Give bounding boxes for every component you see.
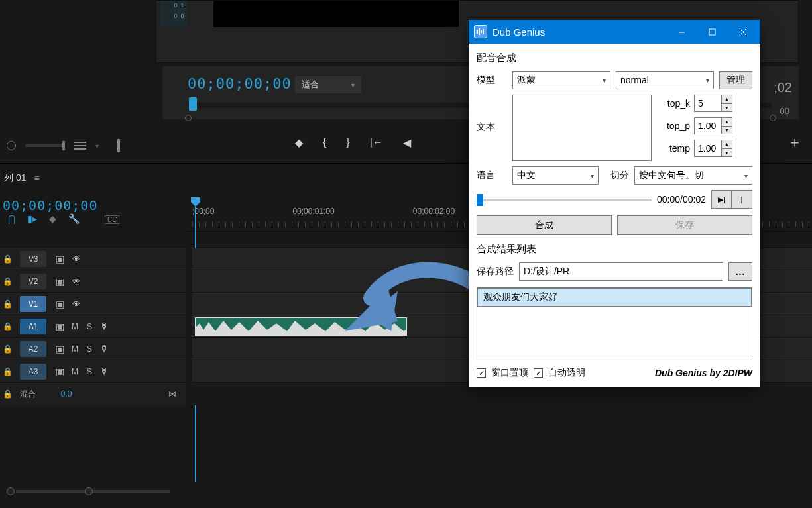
step-back-icon[interactable]: ◀: [403, 136, 411, 149]
spinner-up-icon[interactable]: ▲: [722, 95, 732, 104]
mic-icon[interactable]: 🎙: [97, 321, 113, 332]
left-knob-icon[interactable]: [7, 141, 16, 150]
label-save-path: 保存路径: [477, 266, 514, 278]
lock-icon[interactable]: 🔒: [0, 254, 15, 264]
topk-value: 5: [695, 98, 721, 109]
source-patch-icon[interactable]: ▣: [52, 276, 68, 287]
mark-out-icon[interactable]: }: [346, 136, 349, 148]
save-button[interactable]: 保存: [617, 215, 752, 235]
mix-value[interactable]: 0.0: [46, 389, 86, 399]
spinner-down-icon[interactable]: ▼: [722, 149, 732, 157]
solo-button[interactable]: S: [82, 322, 97, 331]
style-value: normal: [620, 75, 649, 85]
hamburger-icon[interactable]: [74, 142, 86, 150]
topk-spinner[interactable]: 5 ▲▼: [694, 95, 732, 112]
topp-spinner[interactable]: 1.00 ▲▼: [694, 117, 732, 134]
maximize-button[interactable]: [697, 20, 727, 44]
manage-button[interactable]: 管理: [719, 71, 752, 89]
sequence-menu-icon[interactable]: ≡: [34, 173, 39, 183]
spinner-up-icon[interactable]: ▲: [722, 118, 732, 127]
source-patch-icon[interactable]: ▣: [52, 366, 68, 377]
spinner-up-icon[interactable]: ▲: [722, 140, 732, 149]
scrubber-right-handle[interactable]: [770, 115, 776, 121]
source-patch-icon[interactable]: ▣: [52, 254, 68, 264]
timeline-zoom-scroll[interactable]: [7, 487, 179, 494]
mute-button[interactable]: M: [68, 344, 82, 354]
go-to-in-icon[interactable]: |←: [370, 136, 383, 148]
source-patch-icon[interactable]: ▣: [52, 344, 68, 354]
model-select[interactable]: 派蒙 ▾: [512, 71, 610, 89]
track-label[interactable]: V3: [20, 251, 46, 267]
stop-button[interactable]: |: [732, 191, 752, 208]
solo-button[interactable]: S: [82, 367, 97, 376]
minimize-button[interactable]: [666, 20, 697, 44]
monitor-timecode[interactable]: 00;00;00;00: [188, 76, 292, 92]
synth-button[interactable]: 合成: [477, 215, 612, 235]
lock-icon[interactable]: 🔒: [0, 389, 15, 399]
add-button-icon[interactable]: ＋: [787, 132, 802, 152]
lock-icon[interactable]: 🔒: [0, 277, 15, 286]
style-select[interactable]: normal ▾: [616, 71, 714, 89]
linked-selection-icon[interactable]: ▮▸: [27, 213, 37, 224]
temp-value: 1.00: [695, 143, 721, 154]
lock-icon[interactable]: 🔒: [0, 344, 15, 354]
track-label[interactable]: A3: [20, 364, 46, 380]
lang-value: 中文: [517, 170, 536, 181]
audio-clip[interactable]: fx: [195, 317, 407, 336]
cc-badge[interactable]: CC: [105, 215, 119, 224]
scrubber-playhead-icon[interactable]: [189, 97, 197, 111]
source-patch-icon[interactable]: ▣: [52, 321, 68, 332]
eye-icon[interactable]: 👁: [68, 277, 85, 286]
split-select[interactable]: 按中文句号。切 ▾: [634, 166, 752, 185]
track-label[interactable]: V2: [20, 274, 46, 289]
track-header-v2: 🔒 V2 ▣ 👁: [0, 270, 186, 293]
lock-icon[interactable]: 🔒: [0, 367, 15, 376]
mark-in-icon[interactable]: {: [323, 136, 326, 148]
mic-icon[interactable]: 🎙: [97, 366, 113, 377]
spinner-down-icon[interactable]: ▼: [722, 104, 732, 112]
chevron-down-icon: ▾: [744, 172, 748, 179]
dialog-titlebar[interactable]: Dub Genius: [469, 20, 760, 44]
lang-select[interactable]: 中文 ▾: [512, 166, 599, 185]
list-item[interactable]: 观众朋友们大家好: [477, 288, 752, 307]
add-marker-icon[interactable]: ◆: [295, 136, 303, 149]
split-value: 按中文句号。切: [639, 170, 704, 181]
lock-icon[interactable]: 🔒: [0, 299, 15, 309]
left-zoom-slider[interactable]: [25, 144, 65, 147]
source-patch-icon[interactable]: ▣: [52, 299, 68, 309]
results-listbox[interactable]: 观众朋友们大家好: [477, 287, 752, 360]
text-input[interactable]: [512, 95, 652, 161]
spinner-down-icon[interactable]: ▼: [722, 127, 732, 134]
mic-icon[interactable]: 🎙: [97, 344, 113, 354]
marker-icon[interactable]: ◆: [49, 213, 56, 224]
wrench-icon[interactable]: 🔧: [68, 213, 80, 224]
slider-thumb-icon[interactable]: [477, 194, 483, 206]
chevron-down-icon: ▾: [591, 172, 594, 179]
close-button[interactable]: [727, 20, 758, 44]
checkbox-topmost[interactable]: ✓: [477, 368, 486, 378]
chevron-down-icon[interactable]: ▾: [95, 142, 99, 150]
track-label[interactable]: V1: [20, 296, 46, 312]
eye-icon[interactable]: 👁: [68, 254, 85, 264]
browse-button[interactable]: ...: [728, 262, 752, 281]
progress-slider[interactable]: [477, 193, 652, 206]
track-label[interactable]: A1: [20, 319, 46, 334]
solo-button[interactable]: S: [82, 344, 97, 354]
scrubber-left-handle[interactable]: [185, 115, 192, 121]
sequence-title[interactable]: 列 01: [4, 172, 26, 184]
mute-button[interactable]: M: [68, 367, 82, 376]
bowtie-icon[interactable]: ⋈: [168, 389, 176, 399]
save-path-input[interactable]: [519, 262, 723, 281]
zoom-left-handle[interactable]: [7, 487, 15, 495]
track-label[interactable]: A2: [20, 341, 46, 357]
mute-button[interactable]: M: [68, 322, 82, 331]
label-topmost: 窗口置顶: [491, 367, 528, 379]
checkbox-autotrans[interactable]: ✓: [534, 368, 543, 378]
zoom-fit-select[interactable]: 适合 ▾: [295, 76, 361, 93]
zoom-right-handle[interactable]: [85, 487, 93, 495]
lock-icon[interactable]: 🔒: [0, 322, 15, 331]
temp-spinner[interactable]: 1.00 ▲▼: [694, 140, 732, 157]
snap-icon[interactable]: ⋂: [8, 213, 15, 224]
play-button[interactable]: ▶|: [712, 191, 732, 208]
eye-icon[interactable]: 👁: [68, 299, 85, 309]
